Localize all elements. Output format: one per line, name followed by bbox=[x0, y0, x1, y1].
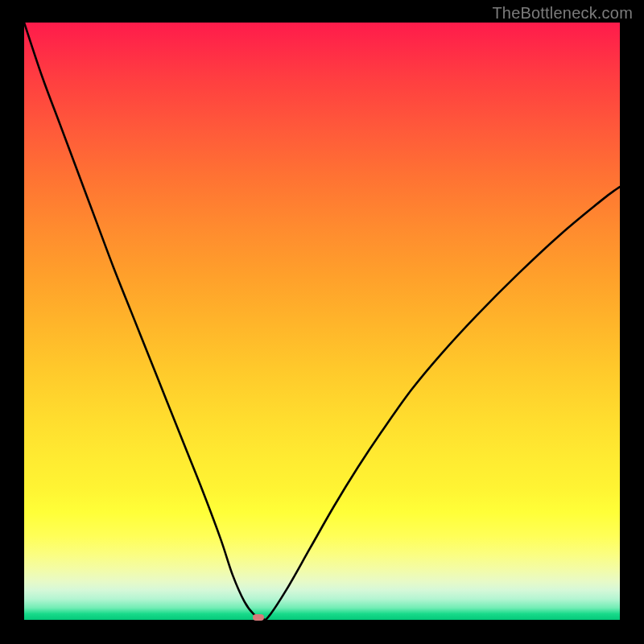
watermark-text: TheBottleneck.com bbox=[492, 4, 633, 23]
curve-layer bbox=[24, 23, 620, 620]
chart-frame: TheBottleneck.com bbox=[0, 0, 644, 644]
optimal-point-marker bbox=[253, 614, 264, 621]
plot-area bbox=[24, 23, 620, 620]
bottleneck-curve bbox=[24, 23, 620, 620]
